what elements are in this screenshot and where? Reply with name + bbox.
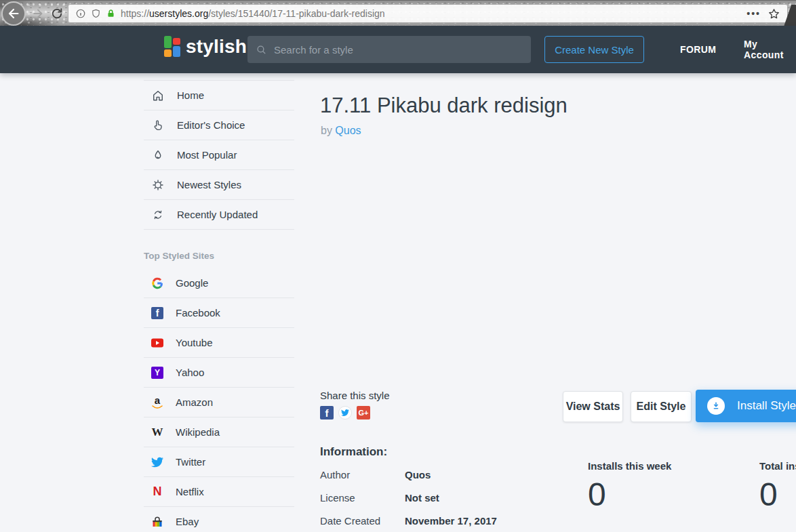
sidebar-item-wikipedia[interactable]: W Wikipedia xyxy=(144,417,294,447)
site-header: stylish Create New Style FORUM My Accoun… xyxy=(0,26,796,73)
back-arrow-icon xyxy=(6,6,21,21)
top-styled-sites-heading: Top Styled Sites xyxy=(144,251,214,261)
stat-installs-this-week: Installs this week 0 xyxy=(588,460,671,511)
info-row-author: AuthorQuos xyxy=(320,470,431,480)
top-styled-sites-list: Google f Facebook Youtube Y Yahoo a Amaz… xyxy=(144,268,294,532)
sidebar-item-facebook[interactable]: f Facebook xyxy=(144,298,294,328)
info-value: November 17, 2017 xyxy=(405,515,497,527)
screen: https://userstyles.org/styles/151440/17-… xyxy=(0,0,796,532)
stat-total-installs: Total installs 0 xyxy=(759,460,796,511)
sidebar-item-recently-updated[interactable]: Recently Updated xyxy=(144,200,294,230)
info-label: Date Created xyxy=(320,516,405,527)
back-button[interactable] xyxy=(1,1,26,26)
share-icons: f G+ xyxy=(320,406,370,420)
facebook-icon: f xyxy=(151,306,164,320)
stat-label: Total installs xyxy=(759,460,796,472)
bookmark-star-icon[interactable] xyxy=(768,7,780,20)
sidebar-item-label: Editor's Choice xyxy=(177,119,245,131)
home-icon xyxy=(151,88,165,103)
flame-icon xyxy=(151,148,165,163)
information-heading: Information: xyxy=(320,445,387,459)
style-search[interactable] xyxy=(247,36,531,63)
url-scheme: https:// xyxy=(121,8,149,19)
install-download-icon xyxy=(707,397,725,415)
sidebar-item-home[interactable]: Home xyxy=(144,81,294,110)
sidebar-item-editors-choice[interactable]: Editor's Choice xyxy=(144,110,294,140)
info-label: Author xyxy=(320,470,405,480)
url-path: /styles/151440/17-11-pikabu-dark-redisig… xyxy=(208,8,384,19)
edit-style-button[interactable]: Edit Style xyxy=(631,391,692,422)
view-stats-button[interactable]: View Stats xyxy=(563,391,623,422)
info-value: Quos xyxy=(405,469,431,480)
youtube-icon xyxy=(151,336,164,350)
sidebar-item-label: Youtube xyxy=(176,337,213,348)
info-label: License xyxy=(320,493,405,504)
sidebar-item-label: Recently Updated xyxy=(177,209,258,220)
author-link[interactable]: Quos xyxy=(335,125,361,136)
wikipedia-icon: W xyxy=(151,426,164,439)
stylish-logo-icon xyxy=(164,36,180,57)
info-row-license: LicenseNot set xyxy=(320,493,439,504)
sidebar-item-label: Amazon xyxy=(176,396,213,408)
share-facebook-icon[interactable]: f xyxy=(320,406,334,420)
install-style-button[interactable]: Install Style xyxy=(696,390,796,422)
forward-arrow-icon xyxy=(31,7,45,20)
sidebar-item-label: Wikipedia xyxy=(176,426,220,438)
url-bar[interactable]: https://userstyles.org/styles/151440/17-… xyxy=(68,4,788,23)
twitter-bird-icon xyxy=(151,455,164,469)
stylish-logo[interactable]: stylish xyxy=(164,36,247,57)
byline-prefix: by xyxy=(321,125,332,136)
reload-button[interactable] xyxy=(50,7,64,20)
page-actions-icon[interactable]: ••• xyxy=(747,9,761,18)
search-icon xyxy=(256,44,267,56)
google-icon xyxy=(151,277,164,290)
reload-icon xyxy=(50,7,64,20)
stat-value: 0 xyxy=(759,478,796,511)
refresh-icon xyxy=(151,207,165,222)
netflix-icon: N xyxy=(151,485,164,499)
tracking-shield-icon[interactable] xyxy=(91,8,101,19)
sidebar-item-label: Ebay xyxy=(176,516,199,527)
sidebar-item-ebay[interactable]: Ebay xyxy=(144,507,294,532)
nav-forum[interactable]: FORUM xyxy=(680,36,716,63)
sidebar-item-label: Google xyxy=(176,277,208,289)
sidebar-item-newest-styles[interactable]: Newest Styles xyxy=(144,170,294,200)
info-value: Not set xyxy=(405,492,439,504)
page-info-icon[interactable] xyxy=(75,8,86,19)
page-title: 17.11 Pikabu dark redisign xyxy=(320,94,568,118)
sidebar-item-label: Facebook xyxy=(176,307,220,319)
https-lock-icon[interactable] xyxy=(106,8,116,19)
info-row-date-created: Date CreatedNovember 17, 2017 xyxy=(320,516,497,527)
nav-my-account[interactable]: My Account xyxy=(744,36,796,63)
sidebar-nav: Home Editor's Choice Most Popular Newest… xyxy=(144,80,294,230)
burst-icon xyxy=(151,178,165,192)
sidebar-item-label: Twitter xyxy=(176,456,205,468)
sidebar-item-label: Home xyxy=(177,89,204,101)
url-domain: userstyles.org xyxy=(149,8,208,19)
create-new-style-button[interactable]: Create New Style xyxy=(544,36,644,63)
sidebar-item-yahoo[interactable]: Y Yahoo xyxy=(144,358,294,388)
share-label: Share this style xyxy=(320,390,390,401)
stat-value: 0 xyxy=(588,478,671,511)
share-googleplus-icon[interactable]: G+ xyxy=(357,406,370,420)
sidebar-item-amazon[interactable]: a Amazon xyxy=(144,388,294,417)
yahoo-icon: Y xyxy=(151,366,164,380)
install-button-label: Install Style xyxy=(737,399,796,413)
sidebar-item-most-popular[interactable]: Most Popular xyxy=(144,140,294,170)
ebay-bag-icon xyxy=(151,515,164,529)
search-input[interactable] xyxy=(274,44,523,56)
url-text: https://userstyles.org/styles/151440/17-… xyxy=(121,8,385,19)
sidebar-item-twitter[interactable]: Twitter xyxy=(144,447,294,477)
sidebar-item-youtube[interactable]: Youtube xyxy=(144,328,294,358)
stat-label: Installs this week xyxy=(588,460,671,472)
byline: by Quos xyxy=(321,125,361,137)
sidebar-item-label: Newest Styles xyxy=(177,179,241,190)
browser-toolbar: https://userstyles.org/styles/151440/17-… xyxy=(0,0,796,26)
forward-button[interactable] xyxy=(31,7,45,20)
sidebar-item-google[interactable]: Google xyxy=(144,268,294,298)
sidebar-item-label: Netflix xyxy=(176,486,204,497)
share-twitter-icon[interactable] xyxy=(338,406,352,420)
sidebar-item-label: Yahoo xyxy=(176,367,204,378)
logo-text: stylish xyxy=(186,37,247,56)
sidebar-item-netflix[interactable]: N Netflix xyxy=(144,477,294,507)
